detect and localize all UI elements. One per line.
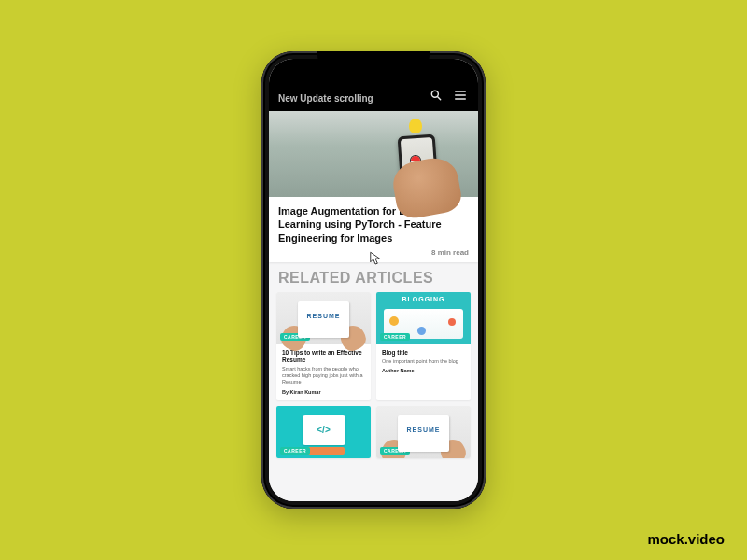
hero-image[interactable] [269,111,478,197]
article-card[interactable]: CAREER [376,406,471,458]
search-icon[interactable] [428,87,444,104]
scroll-content[interactable]: Image Augmentation for Deep Learning usi… [269,111,478,501]
article-card[interactable]: CAREER [276,406,371,458]
article-author: Author Name [382,368,465,373]
watermark-text: mock.video [647,531,725,547]
section-heading-related: RELATED ARTICLES [269,268,478,292]
article-thumbnail: CAREER [276,292,371,344]
phone-frame: New Update scrolling [261,51,486,509]
article-card[interactable]: CAREER Blog title One important point fr… [376,292,471,400]
hero-read-time: 8 min read [278,248,469,257]
svg-line-1 [437,96,440,99]
app-title: New Update scrolling [278,93,420,104]
article-subtitle: Smart hacks from the people who cracked … [282,366,365,385]
phone-notch [317,51,430,68]
article-tag: CAREER [380,447,410,455]
article-tag: CAREER [280,333,310,341]
article-thumbnail: CAREER [276,406,371,458]
article-tag: CAREER [280,447,310,455]
article-title: Blog title [382,349,465,357]
hamburger-menu-icon[interactable] [452,87,469,104]
article-subtitle: One important point from the blog [382,358,465,365]
article-title: 10 Tips to write an Effective Resume [282,349,365,364]
related-articles-grid: CAREER 10 Tips to write an Effective Res… [269,292,478,458]
article-tag: CAREER [380,333,410,341]
phone-screen: New Update scrolling [269,59,478,501]
article-thumbnail: CAREER [376,292,471,344]
article-card[interactable]: CAREER 10 Tips to write an Effective Res… [276,292,371,400]
article-thumbnail: CAREER [376,406,471,458]
article-author: By Kiran Kumar [282,389,365,395]
